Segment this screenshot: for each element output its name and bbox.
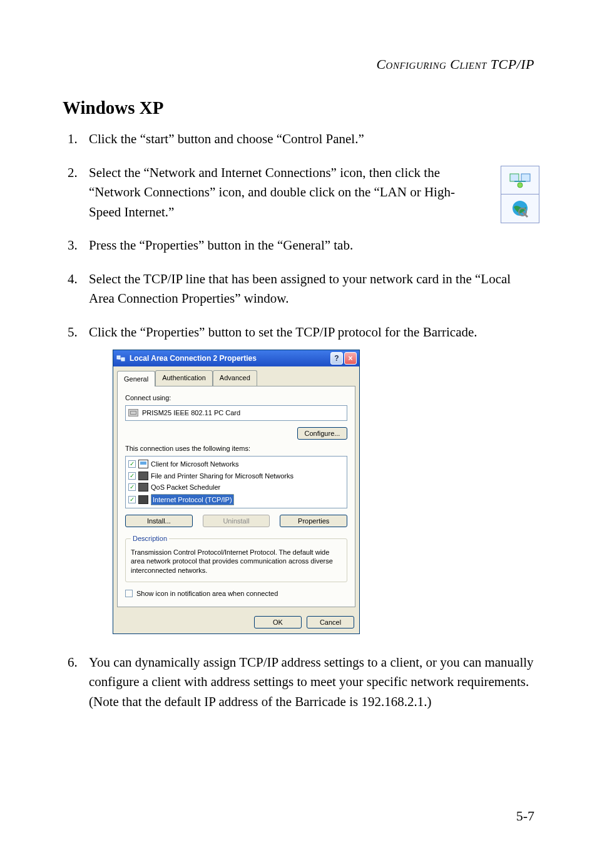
show-icon-row[interactable]: ✓ Show icon in notification area when co… [125,588,347,599]
internet-options-icon [501,194,539,223]
dialog-tabs: General Authentication Advanced [113,366,359,386]
checkbox-icon[interactable]: ✓ [128,472,136,480]
lac-properties-dialog: Local Area Connection 2 Properties ? × G… [113,350,360,634]
list-item[interactable]: ✓File and Printer Sharing for Microsoft … [127,470,345,482]
adapter-name: PRISM25 IEEE 802.11 PC Card [142,408,240,418]
checkbox-icon[interactable]: ✓ [128,496,136,503]
close-button[interactable]: × [344,352,357,365]
list-item[interactable]: ✓Client for Microsoft Networks [127,458,345,470]
step-5-text: Click the “Properties” button to set the… [89,325,477,340]
svg-point-3 [518,183,523,188]
svg-rect-0 [510,174,519,181]
description-group: Description Transmission Control Protoco… [125,533,347,582]
item-label: File and Printer Sharing for Microsoft N… [151,471,293,482]
step-4-number: 4. [68,270,78,290]
step-1-text: Click the “start” button and choose “Con… [89,131,364,146]
section-heading: Windows XP [63,98,534,118]
tab-authentication[interactable]: Authentication [155,370,213,386]
step-6-number: 6. [68,653,78,673]
list-item[interactable]: ✓QoS Packet Scheduler [127,482,345,493]
tab-advanced[interactable]: Advanced [213,370,257,386]
properties-button[interactable]: Properties [280,515,347,527]
ok-button[interactable]: OK [254,616,302,628]
items-label: This connection uses the following items… [125,443,347,454]
step-6: 6.You can dynamically assign TCP/IP addr… [89,653,534,712]
step-3-number: 3. [68,236,78,256]
show-icon-label: Show icon in notification area when conn… [136,588,278,599]
tab-panel-general: Connect using: PRISM25 IEEE 802.11 PC Ca… [117,386,355,607]
adapter-icon [128,409,138,416]
step-2-number: 2. [68,163,78,183]
item-label: Client for Microsoft Networks [151,459,239,470]
svg-rect-6 [117,356,120,359]
show-icon-checkbox[interactable]: ✓ [125,590,133,597]
tab-general[interactable]: General [117,371,155,386]
adapter-field: PRISM25 IEEE 802.11 PC Card [125,405,347,421]
service-icon [138,460,148,468]
checkbox-icon[interactable]: ✓ [128,460,136,468]
configure-button[interactable]: Configure... [297,427,347,440]
dialog-footer: OK Cancel [113,611,359,633]
items-listbox[interactable]: ✓Client for Microsoft Networks ✓File and… [125,456,347,508]
page-number: 5-7 [516,808,534,824]
step-4: 4.Select the TCP/IP line that has been a… [89,270,534,309]
step-5-number: 5. [68,323,78,343]
dialog-title: Local Area Connection 2 Properties [130,353,329,364]
dialog-titlebar: Local Area Connection 2 Properties ? × [113,350,359,366]
cancel-button[interactable]: Cancel [307,616,354,628]
step-3-text: Press the “Properties” button in the “Ge… [89,238,353,253]
service-icon [138,472,148,480]
running-header: Configuring Client TCP/IP [63,56,534,73]
service-icon [138,495,148,504]
step-3: 3.Press the “Properties” button in the “… [89,236,534,256]
step-4-text: Select the TCP/IP line that has been ass… [89,271,511,306]
control-panel-icons [501,166,539,223]
step-2: 2. Select the “Network and Internet Conn… [89,163,534,223]
install-button[interactable]: Install... [125,515,193,527]
step-5: 5. Click the “Properties” button to set … [89,323,534,634]
item-label: Internet Protocol (TCP/IP) [151,494,234,506]
step-6-text: You can dynamically assign TCP/IP addres… [89,655,534,709]
step-1-number: 1. [68,129,78,149]
item-label: QoS Packet Scheduler [151,482,220,493]
list-item[interactable]: ✓Internet Protocol (TCP/IP) [127,493,345,507]
step-2-text: Select the “Network and Internet Connect… [89,165,455,220]
help-button[interactable]: ? [330,352,343,365]
network-connections-icon [501,166,539,194]
dialog-icon [116,353,126,363]
connect-using-label: Connect using: [125,393,347,403]
description-legend: Description [131,533,169,544]
service-icon [138,483,148,492]
svg-rect-1 [521,174,530,181]
step-1: 1.Click the “start” button and choose “C… [89,129,534,149]
checkbox-icon[interactable]: ✓ [128,483,136,491]
description-text: Transmission Control Protocol/Internet P… [131,548,342,576]
uninstall-button: Uninstall [203,515,270,527]
